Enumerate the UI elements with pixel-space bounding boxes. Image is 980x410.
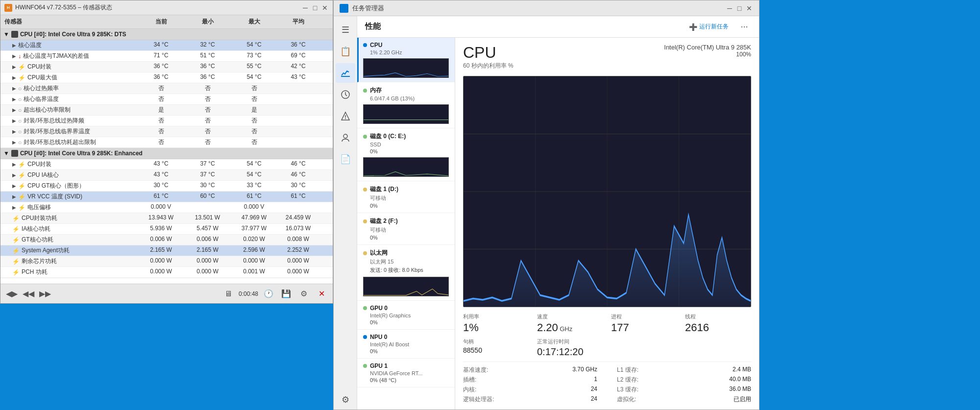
toolbar-prev-btn[interactable]: ◀◀ [21,287,36,301]
toolbar-settings-btn[interactable]: ⚙ [296,287,311,301]
logical-val: 24 [591,395,597,404]
sidebar-item-history[interactable] [336,85,355,104]
row-min: 0.000 W [184,256,231,266]
perf-item-disk0-header: 磁盘 0 (C: E:) [363,132,449,141]
detail-proc-name: Intel(R) Core(TM) Ultra 9 285K [664,44,751,51]
stat-handle: 句柄 88550 [463,338,529,358]
table-row[interactable]: ▶ 核心温度 34 °C 32 °C 54 °C 36 °C [0,40,333,51]
perf-item-npu0[interactable]: NPU 0 Intel(R) AI Boost 0% [357,330,455,359]
row-name: ▶ ⚡ CPU封装 [0,62,138,72]
sidebar-item-performance[interactable] [336,63,355,83]
row-min: 5.457 W [184,224,231,234]
group-expand-0[interactable]: ▼ [3,31,9,38]
stat-process: 进程 177 [611,313,677,334]
row-max: 否 [231,94,277,104]
table-row[interactable]: ▶ ⚡ CPU最大值 36 °C 36 °C 54 °C 43 °C [0,72,333,83]
socket-val: 1 [594,376,597,384]
thread-label: 线程 [685,313,751,320]
memory-label: 内存 [370,86,382,95]
perf-item-cpu[interactable]: CPU 1% 2.20 GHz [357,38,455,82]
table-row[interactable]: ⚡ IA核心功耗 5.936 W 5.457 W 37.977 W 16.073… [0,224,333,235]
row-name: ▶ ○ 核心过热频率 [0,83,138,94]
toolbar-next-btn[interactable]: ▶▶ [38,287,52,301]
gpu1-dot [363,364,367,368]
table-row[interactable]: ⚡ CPU封装功耗 13.943 W 13.501 W 47.969 W 24.… [0,213,333,224]
table-row[interactable]: ▶ ↓ 核心温度与TJMAX的差值 71 °C 51 °C 73 °C 69 °… [0,51,333,62]
tm-maximize-btn[interactable]: □ [735,4,743,12]
sidebar-item-details[interactable]: 📄 [336,149,355,169]
more-options-button[interactable]: ··· [737,20,751,34]
table-row[interactable]: ▶ ○ 封装/环形总线功耗超出限制 否 否 否 [0,137,333,148]
perf-item-ethernet[interactable]: 以太网 以太网 15 发送: 0 接收: 8.0 Kbps [357,245,455,301]
row-name: ▶ ○ 超出核心功率限制 [0,105,138,115]
table-row[interactable]: ▶ ⚡ 电压偏移 0.000 V 0.000 V [0,202,333,213]
row-max: 54 °C [231,159,277,169]
row-max: 33 °C [231,181,277,191]
row-avg: 16.073 W [277,224,319,234]
tm-minimize-btn[interactable]: ─ [726,4,734,12]
row-min: 60 °C [184,192,231,202]
table-row[interactable]: ▶ ○ 超出核心功率限制 是 否 是 [0,105,333,116]
hwinfo-table-area: 传感器 当前 最小 最大 平均 ▼ CPU [#0]: Intel Core U… [0,15,333,284]
table-row[interactable]: ⚡ System Agent功耗 2.165 W 2.165 W 2.596 W… [0,245,333,256]
table-row[interactable]: ▶ ⚡ CPU GT核心（图形） 30 °C 30 °C 33 °C 30 °C [0,181,333,192]
table-row[interactable]: ○ PL1功率限制（静态） 250.0 W 250.0 W 250.0 W 25… [0,278,333,279]
table-row[interactable]: ⚡ PCH 功耗 0.000 W 0.000 W 0.001 W 0.000 W [0,267,333,278]
speed-label: 速度 [537,313,603,320]
table-row[interactable]: ▶ ⚡ CPU封装 36 °C 36 °C 55 °C 42 °C [0,62,333,72]
group-header-0[interactable]: ▼ CPU [#0]: Intel Core Ultra 9 285K: DTS [0,29,333,40]
util-value: 1% [463,321,529,334]
toolbar-icon1[interactable]: 🖥 [221,287,236,301]
toolbar-clock-icon[interactable]: 🕐 [261,287,276,301]
table-row[interactable]: ▶ ○ 封装/环形总线临界界温度 否 否 否 [0,126,333,137]
thread-value: 2616 [685,321,751,334]
row-avg: 36 °C [277,40,319,50]
perf-item-disk1-header: 磁盘 1 (D:) [363,185,449,193]
table-row[interactable]: ▶ ⚡ CPU封装 43 °C 37 °C 54 °C 46 °C [0,159,333,170]
perf-item-disk2[interactable]: 磁盘 2 (F:) 可移动 0% [357,213,455,245]
row-name: ⚡ PCH 功耗 [0,267,138,277]
table-row[interactable]: ⚡ GT核心功耗 0.006 W 0.006 W 0.020 W 0.008 W [0,235,333,245]
sidebar-item-processes[interactable]: 📋 [336,42,355,61]
table-row[interactable]: ▶ ○ 核心临界温度 否 否 否 [0,94,333,105]
perf-item-disk1[interactable]: 磁盘 1 (D:) 可移动 0% [357,181,455,213]
run-task-button[interactable]: ➕ 运行新任务 [684,21,734,33]
group-expand-1[interactable]: ▼ [3,150,9,157]
row-current: 否 [138,137,184,147]
table-row[interactable]: ▶ ⚡ CPU IA核心 43 °C 37 °C 54 °C 46 °C [0,170,333,181]
perf-item-disk0[interactable]: 磁盘 0 (C: E:) SSD 0% [357,128,455,181]
toolbar-save-btn[interactable]: 💾 [279,287,294,301]
sidebar-item-menu[interactable]: ☰ [336,20,355,40]
row-min: 13.501 W [184,213,231,223]
table-row[interactable]: ⚡ 剩余芯片功耗 0.000 W 0.000 W 0.000 W 0.000 W [0,256,333,267]
toolbar-back-btn[interactable]: ◀▶ [4,287,19,301]
row-current: 0.000 W [138,256,184,266]
row-max: 是 [231,105,277,115]
sidebar-item-users[interactable] [336,128,355,147]
group-header-1[interactable]: ▼ CPU [#0]: Intel Core Ultra 9 285K: Enh… [0,148,333,159]
table-row[interactable]: ▶ ⚡ VR VCC 温度 (SVID) 61 °C 60 °C 61 °C 6… [0,192,333,202]
perf-item-memory[interactable]: 内存 6.0/47.4 GB (13%) [357,82,455,128]
spec-virt: 虚拟化: 已启用 [617,395,751,404]
hwinfo-close-btn[interactable]: ✕ [321,4,329,12]
sidebar-item-settings[interactable]: ⚙ [336,390,355,410]
perf-item-gpu0-header: GPU 0 [363,305,449,312]
svg-rect-0 [341,76,350,77]
npu0-dot [363,335,367,339]
row-current: 0.000 W [138,267,184,277]
hwinfo-minimize-btn[interactable]: ─ [301,4,309,12]
hwinfo-maximize-btn[interactable]: □ [311,4,319,12]
table-row[interactable]: ▶ ○ 核心过热频率 否 否 否 [0,83,333,94]
row-current: 36 °C [138,72,184,83]
row-min: 0.000 W [184,267,231,277]
perf-item-gpu0[interactable]: GPU 0 Intel(R) Graphics 0% [357,301,455,330]
table-row[interactable]: ▶ ○ 封装/环形总线过热降频 否 否 否 [0,116,333,126]
row-avg: 46 °C [277,159,319,169]
row-max: 47.969 W [231,213,277,223]
toolbar-close-btn[interactable]: ✕ [314,287,329,301]
perf-item-gpu1[interactable]: GPU 1 NVIDIA GeForce RT... 0% (48 °C) [357,359,455,387]
row-current: 否 [138,126,184,137]
sidebar-item-startup[interactable] [336,106,355,126]
handle-label: 句柄 [463,338,529,345]
tm-close-btn[interactable]: ✕ [745,4,753,12]
